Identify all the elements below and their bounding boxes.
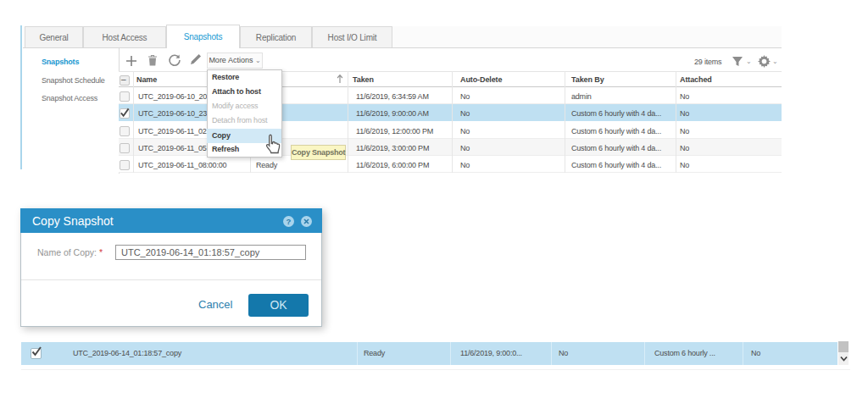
svg-text:?: ? [287, 217, 292, 226]
